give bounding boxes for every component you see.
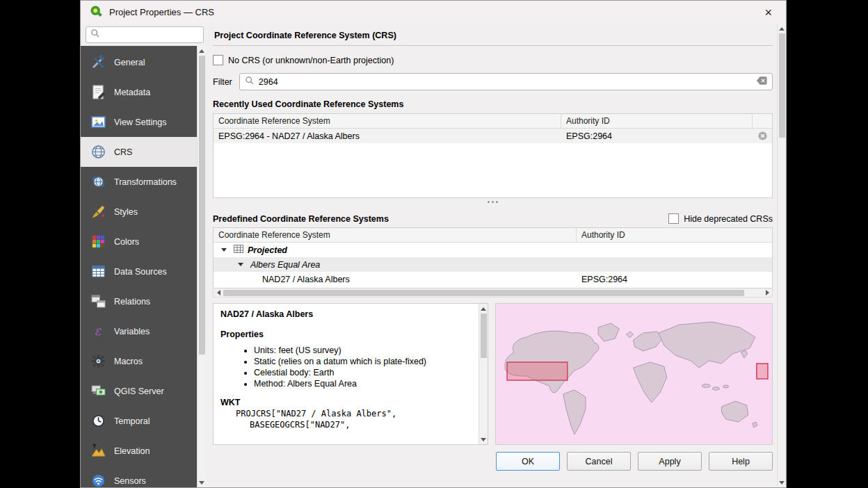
hide-deprecated-label: Hide deprecated CRSs	[684, 214, 773, 224]
scroll-up-icon[interactable]	[778, 24, 786, 33]
search-icon	[245, 76, 255, 88]
collapse-icon[interactable]	[235, 263, 246, 266]
dialog-buttons: OK Cancel Apply Help	[213, 452, 773, 475]
svg-text:ε: ε	[94, 323, 102, 338]
filter-input[interactable]	[259, 77, 752, 87]
predefined-crs-table: Coordinate Reference System Authority ID…	[213, 227, 773, 288]
filter-input-box[interactable]	[239, 73, 773, 90]
scroll-down-icon[interactable]	[479, 434, 488, 444]
filter-label: Filter	[213, 77, 232, 87]
sidebar-item-colors[interactable]: Colors	[81, 227, 197, 257]
title-bar: Project Properties — CRS ×	[81, 1, 786, 24]
tree-row-projected[interactable]: Projected	[214, 243, 772, 257]
sidebar-scrollbar-thumb[interactable]	[199, 56, 205, 355]
property-item: Units: feet (US survey)	[254, 345, 476, 355]
recent-crs-row[interactable]: EPSG:2964 - NAD27 / Alaska Albers EPSG:2…	[214, 129, 772, 143]
sidebar-item-transformations[interactable]: Transformations	[81, 167, 197, 197]
property-item: Method: Albers Equal Area	[254, 379, 476, 389]
sidebar-item-qgis-server[interactable]: QGIS Server	[81, 376, 197, 406]
splitter-handle[interactable]	[213, 198, 773, 205]
recent-crs-name: EPSG:2964 - NAD27 / Alaska Albers	[214, 131, 561, 141]
property-item: Celestial body: Earth	[254, 368, 476, 377]
no-crs-checkbox[interactable]	[213, 55, 223, 65]
sidebar-item-sensors[interactable]: Sensors	[81, 466, 197, 487]
sidebar-item-variables[interactable]: ε Variables	[81, 316, 197, 346]
ok-button[interactable]: OK	[496, 452, 560, 471]
column-header-actions[interactable]	[753, 114, 772, 128]
relations-icon	[90, 293, 106, 310]
property-item: Static (relies on a datum which is plate…	[254, 357, 476, 366]
predefined-crs-title: Predefined Coordinate Reference Systems	[213, 214, 389, 224]
sidebar-item-label: Macros	[114, 357, 143, 366]
screen-background: Project Properties — CRS ×	[0, 0, 868, 488]
sidebar-item-view-settings[interactable]: View Settings	[81, 107, 197, 137]
qgis-logo-icon	[89, 4, 103, 21]
column-header-crs[interactable]: Coordinate Reference System	[214, 228, 577, 242]
hide-deprecated-row: Hide deprecated CRSs	[668, 213, 773, 224]
scroll-down-icon[interactable]	[198, 478, 206, 487]
sidebar-item-styles[interactable]: Styles	[81, 197, 197, 227]
clear-filter-icon[interactable]	[756, 76, 767, 88]
close-button[interactable]: ×	[760, 5, 776, 20]
sidebar-item-metadata[interactable]: Metadata	[81, 77, 197, 107]
tree-group-label: Projected	[248, 245, 287, 255]
no-crs-row: No CRS (or unknown/non-Earth projection)	[213, 55, 773, 65]
help-button[interactable]: Help	[709, 452, 773, 471]
macros-icon	[90, 353, 106, 370]
sidebar-item-label: Relations	[114, 297, 150, 307]
page-scrollbar[interactable]	[777, 24, 786, 487]
details-scrollbar-thumb[interactable]	[481, 314, 487, 358]
scroll-up-icon[interactable]	[198, 46, 206, 56]
scroll-right-icon[interactable]	[762, 288, 772, 297]
sidebar-search-box[interactable]	[86, 26, 204, 43]
window-title: Project Properties — CRS	[109, 7, 214, 17]
scroll-up-icon[interactable]	[479, 304, 488, 314]
sidebar-search-input[interactable]	[104, 30, 199, 40]
hscrollbar-thumb[interactable]	[223, 290, 744, 296]
scroll-left-icon[interactable]	[214, 288, 223, 297]
column-header-authority-id[interactable]: Authority ID	[561, 114, 753, 128]
column-header-crs[interactable]: Coordinate Reference System	[214, 114, 561, 128]
sidebar-item-crs[interactable]: CRS	[81, 137, 197, 167]
crs-details-panel: NAD27 / Alaska Albers Properties Units: …	[213, 303, 488, 445]
sidebar: General Metadata View Se	[81, 24, 206, 487]
crs-details-title: NAD27 / Alaska Albers	[220, 309, 476, 319]
column-header-authority-id[interactable]: Authority ID	[577, 228, 772, 242]
sidebar-item-data-sources[interactable]: Data Sources	[81, 257, 197, 286]
project-properties-dialog: Project Properties — CRS ×	[80, 0, 787, 488]
temporal-icon	[90, 413, 106, 430]
tree-row-albers-equal-area[interactable]: Albers Equal Area	[214, 257, 772, 272]
search-icon	[90, 29, 100, 41]
data-sources-icon	[90, 263, 106, 280]
tree-row-nad27-alaska-albers[interactable]: NAD27 / Alaska Albers EPSG:2964	[214, 272, 772, 286]
hide-deprecated-checkbox[interactable]	[668, 213, 679, 224]
recent-crs-table: Coordinate Reference System Authority ID…	[213, 113, 773, 198]
sidebar-item-label: Transformations	[114, 177, 177, 187]
sidebar-item-label: CRS	[114, 147, 132, 157]
collapse-icon[interactable]	[218, 248, 230, 252]
crs-details-text: NAD27 / Alaska Albers Properties Units: …	[214, 304, 479, 444]
wkt-heading: WKT	[220, 398, 476, 407]
sidebar-item-elevation[interactable]: Elevation	[81, 436, 197, 466]
sidebar-item-label: Data Sources	[114, 267, 167, 277]
sidebar-item-temporal[interactable]: Temporal	[81, 406, 197, 436]
sidebar-item-relations[interactable]: Relations	[81, 286, 197, 316]
cancel-button[interactable]: Cancel	[567, 452, 631, 471]
scroll-down-icon[interactable]	[778, 478, 786, 487]
details-scrollbar[interactable]	[479, 304, 488, 444]
view-settings-icon	[90, 114, 106, 131]
predefined-table-hscrollbar[interactable]	[213, 288, 773, 298]
remove-recent-crs-button[interactable]	[753, 131, 772, 141]
qgis-server-icon	[90, 383, 106, 400]
sidebar-item-macros[interactable]: Macros	[81, 346, 197, 376]
sidebar-scrollbar[interactable]	[197, 46, 206, 487]
page-scrollbar-thumb[interactable]	[779, 33, 785, 138]
transformations-icon	[90, 174, 106, 190]
predefined-section-header: Predefined Coordinate Reference Systems …	[213, 213, 773, 224]
sidebar-item-general[interactable]: General	[81, 47, 197, 77]
sidebar-item-label: General	[114, 58, 145, 67]
wkt-line: PROJCRS["NAD27 / Alaska Albers",	[220, 409, 476, 418]
apply-button[interactable]: Apply	[638, 452, 702, 471]
sidebar-item-label: View Settings	[114, 117, 167, 127]
styles-icon	[90, 204, 106, 220]
